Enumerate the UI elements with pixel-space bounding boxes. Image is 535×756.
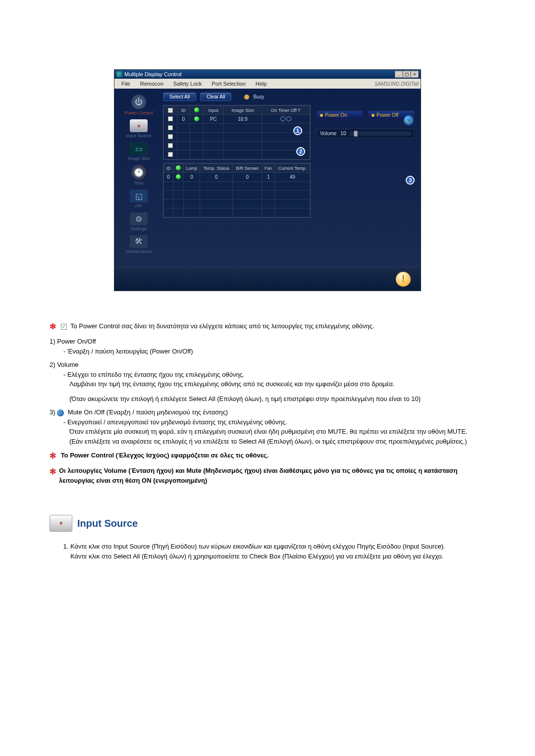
col-lamp: Lamp <box>183 164 200 173</box>
input-source-icon: ⎚ <box>50 515 72 532</box>
col-image-size: Image Size <box>223 106 262 115</box>
slider-thumb[interactable] <box>354 131 358 137</box>
col-input: Input <box>203 106 223 115</box>
table-row[interactable] <box>164 124 310 133</box>
instruction-list: Κάντε κλικ στο Input Source (Πηγή Εισόδο… <box>50 542 485 561</box>
app-footer: ! <box>114 267 421 291</box>
brand-label: SAMSUNG DIGITall <box>374 81 419 87</box>
sidebar-item-power-control[interactable]: ⏻ Power Control <box>117 94 160 117</box>
volume-label: Volume <box>320 131 336 136</box>
header-checkbox[interactable]: ✓ <box>168 108 173 113</box>
callout-2: 2 <box>296 147 305 156</box>
sidebar-item-label: Power Control <box>117 110 160 115</box>
table-row[interactable] <box>164 182 310 191</box>
menu-remocon[interactable]: Remocon <box>135 80 168 88</box>
power-on-button[interactable]: Power On <box>317 110 363 120</box>
sidebar-item-label: Image Size <box>117 156 160 161</box>
table-row[interactable]: 0 0 0 0 1 49 <box>164 173 310 182</box>
sidebar-item-time[interactable]: 🕐 Time <box>117 164 160 188</box>
callout-3: 3 <box>406 176 415 185</box>
col-id: ID <box>164 164 173 173</box>
checkbox-icon: ✓ <box>61 324 67 330</box>
star-icon: ✻ <box>50 466 56 485</box>
item-3-label: Mute On /Off (Έναρξη / παύση μηδενισμού … <box>68 408 228 416</box>
row-checkbox[interactable] <box>168 125 173 130</box>
status-table: ID Lamp Temp. Status B/R Senser Fan Curr… <box>163 163 311 218</box>
instr-1b: Κάντε κλικ στο Select All (Επιλογή όλων)… <box>70 553 443 560</box>
toolbar-row: Select All Clear All Busy <box>163 92 311 102</box>
menu-safety-lock[interactable]: Safety Lock <box>168 80 207 88</box>
col-status <box>173 164 183 173</box>
menu-port-selection[interactable]: Port Selection <box>207 80 250 88</box>
mdc-app-window: Multiple Display Control _ ▢ × File Remo… <box>114 69 421 291</box>
row-checkbox[interactable] <box>168 152 173 157</box>
sidebar-item-label: Time <box>117 181 160 186</box>
sidebar-item-settings[interactable]: ⚙ Settings <box>117 211 160 233</box>
timer-off-icon <box>280 116 285 121</box>
cell-current-temp: 49 <box>275 173 310 182</box>
status-dot-icon <box>194 116 199 121</box>
control-panel: Power On Power Off Volume 10 🔈 <box>314 92 418 264</box>
mute-button[interactable]: 🔈 <box>404 115 414 125</box>
menubar: File Remocon Safety Lock Port Selection … <box>114 79 421 89</box>
table-row[interactable] <box>164 191 310 200</box>
cell-fan: 1 <box>262 173 275 182</box>
minimize-button[interactable]: _ <box>395 71 403 78</box>
table-row[interactable] <box>164 200 310 208</box>
sidebar-item-label: Input Source <box>117 133 160 138</box>
menu-file[interactable]: File <box>116 80 135 88</box>
power-buttons: Power On Power Off <box>317 110 415 120</box>
maintenance-icon: 🛠 <box>130 235 148 248</box>
item-3-sub2: Όταν επιλέγετε μία συσκευή τη φορά, εάν … <box>69 427 485 437</box>
clear-all-button[interactable]: Clear All <box>200 93 231 101</box>
display-table: ✓ ID Input Image Size On Timer Off T <box>163 105 311 160</box>
sidebar-item-label: Settings <box>117 226 160 231</box>
app-body: ⏻ Power Control ⎚ Input Source ▭ Image S… <box>114 89 421 267</box>
status-dot-icon <box>176 174 181 179</box>
table-row[interactable] <box>164 133 310 142</box>
select-all-button[interactable]: Select All <box>163 93 196 101</box>
app-icon <box>116 71 122 77</box>
main-area: Select All Clear All Busy ✓ ID Input <box>163 92 311 264</box>
sidebar-item-pip[interactable]: ◱ PIP <box>117 189 160 210</box>
row-checkbox[interactable] <box>168 116 173 121</box>
document-body: ✻ ✓ Το Power Control σας δίνει τη δυνατό… <box>40 321 495 561</box>
sidebar-item-label: PIP <box>117 203 160 208</box>
item-3-sub3: (Εάν επιλέξετε να αναιρέσετε τις επιλογέ… <box>69 437 485 447</box>
item-2-sub1: - Ελέγχει το επίπεδο της έντασης ήχου τη… <box>63 370 485 380</box>
sidebar-item-image-size[interactable]: ▭ Image Size <box>117 141 160 163</box>
image-size-icon: ▭ <box>130 142 148 155</box>
pip-icon: ◱ <box>130 190 148 202</box>
sidebar-item-maintenance[interactable]: 🛠 Maintenance <box>117 234 160 256</box>
cell-sensor: 0 <box>233 173 262 182</box>
table-row[interactable] <box>164 151 310 159</box>
sidebar-item-label: Maintenance <box>117 249 160 254</box>
power-off-label: Power Off <box>376 112 398 118</box>
table-row[interactable] <box>164 142 310 151</box>
item-3-sub1: - Ενεργοποιεί / απενεργοποιεί τον μηδενι… <box>63 417 485 427</box>
close-button[interactable]: × <box>411 71 419 78</box>
note-1: ✻ Το Power Control (Έλεγχος Ισχύος) εφαρ… <box>50 450 485 462</box>
cell-temp-status: 0 <box>200 173 233 182</box>
input-source-heading: ⎚ Input Source <box>50 515 485 532</box>
volume-slider[interactable] <box>350 132 411 136</box>
maximize-button[interactable]: ▢ <box>403 71 411 78</box>
speaker-icon: 🔈 <box>57 409 64 416</box>
col-check: ✓ <box>164 106 177 115</box>
sidebar-item-input-source[interactable]: ⎚ Input Source <box>117 118 160 140</box>
row-checkbox[interactable] <box>168 134 173 139</box>
item-1-sub: - Έναρξη / παύση λειτουργίας (Power On/O… <box>63 347 485 356</box>
row-checkbox[interactable] <box>168 143 173 148</box>
table-row[interactable]: 0 PC 16:9 <box>164 115 310 124</box>
warning-icon: ! <box>396 272 411 287</box>
menu-help[interactable]: Help <box>251 80 272 88</box>
col-current-temp: Current Temp. <box>275 164 310 173</box>
item-1: 1) Power On/Off <box>50 337 485 347</box>
cell-lamp: 0 <box>183 173 200 182</box>
col-status <box>190 106 203 115</box>
cell-on-timer <box>262 115 310 124</box>
table-row[interactable] <box>164 208 310 217</box>
cell-id: 0 <box>177 115 190 124</box>
settings-icon: ⚙ <box>130 212 148 225</box>
list-item: Κάντε κλικ στο Input Source (Πηγή Εισόδο… <box>70 542 485 561</box>
